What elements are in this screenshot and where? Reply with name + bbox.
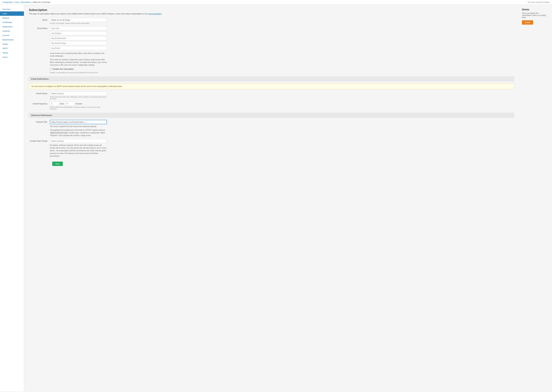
- payload-url-input[interactable]: [50, 120, 107, 124]
- sidebar-item-maintenance[interactable]: Maintenance: [0, 38, 24, 42]
- email-notifications-section: Email Notifications: [29, 77, 514, 81]
- payload-hint1: The server endpoint that will receive th…: [50, 125, 107, 128]
- sidebar-item-backup[interactable]: Backup: [0, 16, 24, 20]
- disable-checkbox-group: Disable this subscription: [50, 68, 107, 71]
- email-teams-label: Email Teams: [29, 91, 50, 95]
- sidebar-item-certificates[interactable]: Certificates: [0, 20, 24, 24]
- webhook-notifications-section: Webhook Notifications: [29, 113, 514, 118]
- name-label: Name: [29, 18, 50, 21]
- email-frequency-label: Email Frequency: [29, 102, 50, 105]
- disable-label[interactable]: Disable this subscription: [53, 68, 74, 70]
- email-teams-hint: Teams that will receive the notification…: [50, 96, 107, 100]
- filter-info1: If any events occur matching these filte…: [50, 52, 107, 57]
- frequency-minutes-input[interactable]: [65, 102, 74, 106]
- breadcrumb-sep1: ›: [14, 1, 14, 3]
- sidebar-item-diagnostics[interactable]: Diagnostics: [0, 24, 24, 29]
- name-hint: A short, memorable, unique name for this…: [50, 22, 107, 24]
- unsaved-notice: You have unsaved changes: [528, 1, 550, 3]
- email-frequency-group: Email Frequency hour minutes Emails will…: [29, 102, 514, 110]
- save-row: Save: [29, 162, 514, 166]
- sidebar-item-users[interactable]: Users: [0, 55, 24, 59]
- payload-hint2: The payload will be delivered in the bod…: [50, 129, 107, 137]
- delete-panel: Delete Once you delete this subscription…: [519, 5, 552, 391]
- sidebar-item-smtp[interactable]: SMTP: [0, 46, 24, 51]
- event-filters-label: Event filters: [29, 26, 50, 29]
- delete-button[interactable]: Delete: [522, 20, 533, 25]
- sidebar-item-license[interactable]: License: [0, 33, 24, 38]
- disable-checkbox[interactable]: [50, 68, 52, 70]
- breadcrumb: Configuration › Audit › Subscriptions › …: [2, 1, 50, 3]
- frequency-hours-input[interactable]: [50, 102, 59, 106]
- event-filters-group: Event filters If any events occur matchi…: [29, 26, 514, 73]
- frequency-row: hour minutes: [50, 102, 107, 106]
- page-subtitle: This type of subscription allows your te…: [29, 13, 514, 15]
- breadcrumb-current: Notify me of all things!: [33, 1, 50, 3]
- breadcrumb-sep3: ›: [32, 1, 32, 3]
- name-group: Name A short, memorable, unique name for…: [29, 18, 514, 24]
- any-project-input[interactable]: [50, 31, 107, 35]
- breadcrumb-sep2: ›: [19, 1, 20, 3]
- page-title: Subscription: [29, 8, 514, 12]
- sidebar-item-nodes[interactable]: Nodes: [0, 42, 24, 46]
- breadcrumb-audit[interactable]: Audit: [14, 1, 19, 3]
- name-input[interactable]: [50, 18, 107, 22]
- frequency-hint: Emails will be sent periodically, includ…: [50, 106, 107, 110]
- hour-label: hour: [60, 103, 64, 105]
- any-user-input[interactable]: [50, 26, 107, 30]
- content-area: Subscription This type of subscription a…: [24, 5, 519, 391]
- sidebar-item-features[interactable]: Features: [0, 29, 24, 33]
- any-event-group-input[interactable]: [50, 41, 107, 45]
- delete-title: Delete: [522, 8, 549, 11]
- limited-scope-input[interactable]: [50, 139, 107, 143]
- delete-description: Once you delete this subscription, there…: [522, 12, 549, 19]
- limited-scope-hint: By default, webhook requests will be sen…: [50, 144, 107, 157]
- any-environment-input[interactable]: [50, 36, 107, 40]
- limited-scope-label: Limited Team Scope: [29, 139, 50, 142]
- smtp-warning: You will need to configure an SMTP serve…: [29, 84, 514, 89]
- email-teams-group: Email Teams Teams that will receive the …: [29, 91, 514, 100]
- disable-hint: Disable a subscription to prevent any no…: [50, 72, 107, 73]
- minutes-label: minutes: [75, 103, 82, 105]
- payload-code: application/json: [50, 132, 69, 134]
- any-event-input[interactable]: [50, 46, 107, 50]
- sidebar-item-overview[interactable]: Overview: [0, 7, 24, 11]
- breadcrumb-configuration[interactable]: Configuration: [2, 1, 13, 3]
- limited-scope-group: Limited Team Scope By default, webhook r…: [29, 139, 514, 157]
- sidebar-item-teams[interactable]: Teams: [0, 51, 24, 55]
- sidebar: Overview Audit Backup Certificates Diagn…: [0, 5, 24, 391]
- save-button[interactable]: Save: [52, 162, 63, 166]
- breadcrumb-subscriptions[interactable]: Subscriptions: [20, 1, 31, 3]
- documentation-link[interactable]: documentation: [149, 13, 161, 15]
- payload-url-group: Payload URL The server endpoint that wil…: [29, 120, 514, 137]
- payload-url-label: Payload URL: [29, 120, 50, 123]
- email-teams-input[interactable]: [50, 91, 107, 96]
- sidebar-item-audit[interactable]: Audit: [0, 11, 24, 16]
- filter-info2: This email can include a deep-link to yo…: [50, 58, 107, 66]
- breadcrumb-bar: Configuration › Audit › Subscriptions › …: [0, 0, 552, 5]
